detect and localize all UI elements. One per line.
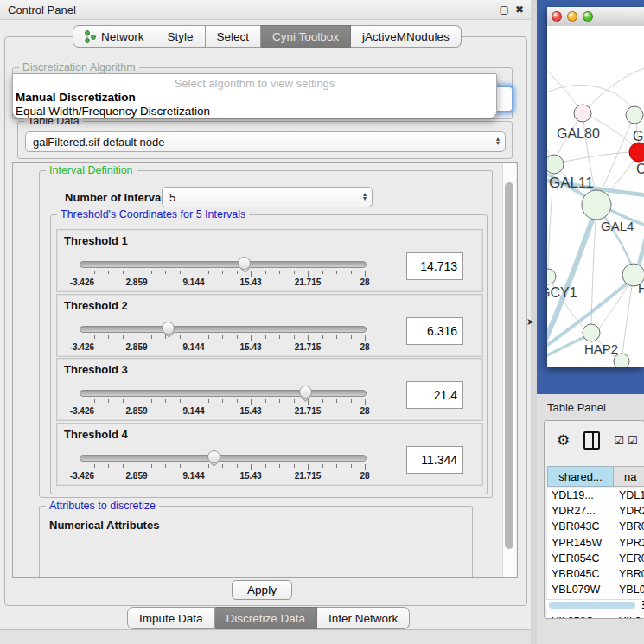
apply-button[interactable]: Apply [232, 580, 292, 600]
edge[interactable] [547, 86, 633, 110]
panel-title: Control Panel [0, 3, 76, 16]
threshold-2-slider[interactable] [80, 326, 367, 333]
zoom-traffic-light-icon[interactable] [583, 11, 593, 22]
threshold-1-slider[interactable] [80, 261, 367, 268]
cell-shared-name: YER054C [547, 552, 612, 564]
select-all-checkbox-icon[interactable]: ☑ [614, 434, 624, 447]
slider-ticks [80, 335, 365, 342]
node-label: HAP2 [584, 341, 618, 356]
edge-highlighted[interactable] [637, 205, 644, 271]
table-row[interactable]: YBL079WYBL0 [547, 582, 644, 597]
select-none-checkbox-icon[interactable]: ☑ [628, 434, 638, 447]
cell-name: YPR1 [612, 537, 644, 549]
threshold-3-value-field[interactable]: 21.4 [406, 381, 463, 409]
attributes-group: Attributes to discretize Numerical Attri… [39, 506, 473, 578]
slider-tick-labels: -3.4262.8599.14415.4321.71528 [80, 277, 365, 288]
tab-label: Network [101, 30, 144, 43]
algorithm-option-equal-width[interactable]: Equal Width/Frequency Discretization [13, 104, 496, 118]
table-panel-title: Table Panel [547, 401, 606, 414]
table-data-group: Table Data galFiltered.sif default node … [17, 121, 513, 159]
table-row[interactable]: YBR045CYBR0 [547, 566, 644, 582]
network-node[interactable] [629, 143, 644, 162]
table-row[interactable]: YDL19...YDL1 [547, 488, 644, 503]
cell-name: YER0 [612, 552, 644, 564]
tab-select[interactable]: Select [206, 25, 262, 48]
algorithm-group-title: Discretization Algorithm [19, 61, 139, 73]
column-header-shared-name[interactable]: shared... [547, 466, 614, 487]
column-header-name[interactable]: na [614, 466, 644, 487]
table-toolbar: ⚙ ☑ ☑ [545, 421, 644, 459]
thresholds-group: Threshold's Coordinates for 5 Intervals … [50, 214, 488, 494]
cell-shared-name: YIL052C [547, 615, 612, 619]
threshold-3-panel: Threshold 3-3.4262.8599.14415.4321.71528… [56, 358, 483, 421]
cell-name: YDL1 [612, 489, 644, 501]
threshold-2-panel: Threshold 2-3.4262.8599.14415.4321.71528… [56, 294, 483, 357]
node-label: GAL11 [549, 175, 594, 191]
node-label: GAL4 [601, 219, 634, 233]
slider-ticks [80, 399, 365, 406]
network-view-window: GAL80GACGAL11GAL4GCY1HHAP2 [547, 7, 644, 367]
threshold-3-slider[interactable] [80, 390, 367, 397]
table-data-combobox[interactable]: galFiltered.sif default node ▴▾ [25, 131, 506, 152]
tab-infer-network[interactable]: Infer Network [317, 607, 410, 629]
table-panel-region: Table Panel ⚙ ☑ ☑ shared... na YDL19...Y… [537, 394, 644, 644]
slider-tick-labels: -3.4262.8599.14415.4321.71528 [80, 342, 365, 353]
threshold-2-value-field[interactable]: 6.316 [406, 317, 463, 345]
table-row[interactable]: YBR043CYBR0 [547, 519, 644, 534]
tab-style[interactable]: Style [156, 25, 206, 48]
num-intervals-value: 5 [169, 191, 175, 204]
table-row[interactable]: YDR27...YDR2 [547, 503, 644, 519]
network-node[interactable] [626, 106, 643, 124]
table-row[interactable]: YER054CYER0 [547, 551, 644, 566]
slider-ticks [80, 271, 365, 277]
network-graph: GAL80GACGAL11GAL4GCY1HHAP2 [547, 26, 644, 367]
tab-impute-data[interactable]: Impute Data [127, 607, 215, 629]
cell-shared-name: YPR145W [547, 537, 612, 549]
cell-shared-name: YBL079W [547, 583, 612, 596]
table-row[interactable]: YPR145WYPR1 [547, 535, 644, 551]
close-traffic-light-icon[interactable] [552, 11, 562, 22]
network-canvas[interactable]: GAL80GACGAL11GAL4GCY1HHAP2 [547, 26, 644, 367]
node-label: H [638, 281, 644, 296]
threshold-label: Threshold 2 [64, 299, 128, 312]
num-intervals-combobox[interactable]: 5 ▴▾ [162, 187, 373, 207]
network-node[interactable] [547, 155, 564, 174]
tab-network[interactable]: Network [73, 25, 156, 48]
cell-shared-name: YBR043C [547, 520, 612, 532]
table-horizontal-scrollbar[interactable] [546, 599, 642, 609]
node-label: GCY1 [547, 285, 577, 300]
threshold-4-slider[interactable] [80, 455, 367, 462]
settings-vertical-scrollbar[interactable] [502, 163, 516, 577]
algorithm-dropdown-popup: Select algorithm to view settings Manual… [12, 73, 497, 118]
edge[interactable] [547, 62, 583, 113]
tab-cyni-toolbox[interactable]: Cyni Toolbox [261, 25, 351, 48]
gear-icon[interactable]: ⚙ [557, 431, 570, 450]
algorithm-hint: Select algorithm to view settings [13, 74, 496, 90]
table-row[interactable]: YIL052CYIL0 [547, 614, 644, 620]
tab-jactivemnodules[interactable]: jActiveMNodules [351, 25, 462, 48]
threshold-4-value-field[interactable]: 11.344 [406, 446, 463, 474]
slider-tick-labels: -3.4262.8599.14415.4321.71528 [80, 471, 365, 481]
network-node[interactable] [574, 105, 591, 122]
threshold-label: Threshold 4 [64, 428, 128, 441]
threshold-label: Threshold 1 [64, 234, 128, 247]
network-node[interactable] [582, 190, 611, 220]
network-node[interactable] [583, 324, 600, 341]
edge[interactable] [554, 152, 630, 164]
settings-scrollpane: Interval Definition Number of Intervals … [12, 162, 518, 578]
tab-discretize-data[interactable]: Discretize Data [215, 607, 318, 629]
algorithm-option-manual[interactable]: Manual Discretization [13, 90, 496, 104]
threshold-1-value-field[interactable]: 14.713 [406, 252, 463, 280]
float-window-icon[interactable]: ▢ [500, 4, 509, 15]
columns-icon[interactable] [583, 431, 600, 450]
top-tab-bar: NetworkStyleSelectCyni ToolboxjActiveMNo… [73, 25, 462, 48]
stepper-icon: ▴▾ [363, 188, 367, 207]
table-data-value: galFiltered.sif default node [33, 136, 164, 149]
network-node[interactable] [547, 269, 556, 284]
cell-name: YBL0 [612, 583, 644, 596]
tab-label: jActiveMNodules [362, 30, 450, 43]
threshold-4-panel: Threshold 4-3.4262.8599.14415.4321.71528… [56, 423, 483, 486]
close-icon[interactable]: ✖ [515, 4, 524, 15]
minimize-traffic-light-icon[interactable] [567, 11, 577, 22]
network-icon [85, 30, 96, 43]
